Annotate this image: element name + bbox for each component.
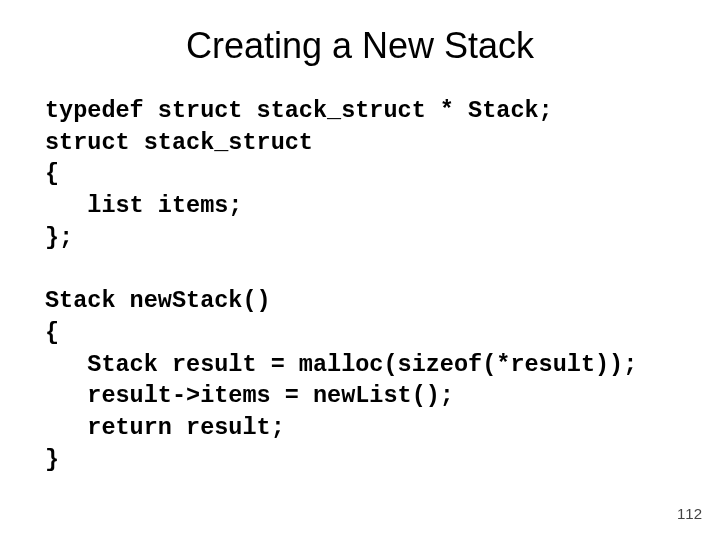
code-line: typedef struct stack_struct * Stack;	[45, 97, 553, 124]
code-line: return result;	[45, 414, 285, 441]
code-line: list items;	[45, 192, 242, 219]
code-line: result->items = newList();	[45, 382, 454, 409]
slide-container: Creating a New Stack typedef struct stac…	[0, 0, 720, 540]
code-line: {	[45, 160, 59, 187]
code-line: struct stack_struct	[45, 129, 313, 156]
code-block: typedef struct stack_struct * Stack; str…	[45, 95, 675, 476]
code-line: }	[45, 446, 59, 473]
code-line: Stack newStack()	[45, 287, 271, 314]
page-number: 112	[677, 505, 702, 522]
code-line: Stack result = malloc(sizeof(*result));	[45, 351, 637, 378]
code-line: };	[45, 224, 73, 251]
slide-title: Creating a New Stack	[45, 25, 675, 67]
code-line: {	[45, 319, 59, 346]
